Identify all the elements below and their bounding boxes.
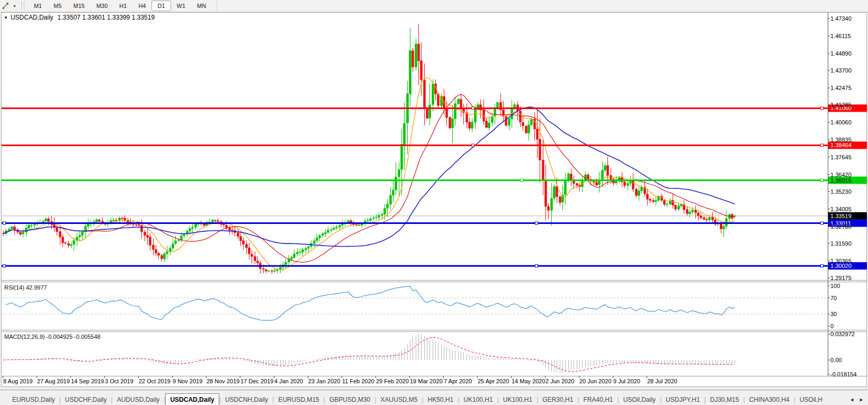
timeframe-button-d1[interactable]: D1	[151, 1, 171, 11]
timeframe-button-mn[interactable]: MN	[191, 1, 212, 11]
timeframe-button-h1[interactable]: H1	[113, 1, 132, 11]
svg-text:100: 100	[830, 283, 840, 289]
svg-text:1.33519: 1.33519	[830, 213, 852, 219]
svg-text:7 Apr 2020: 7 Apr 2020	[444, 378, 472, 384]
svg-text:1.36015: 1.36015	[830, 177, 852, 184]
svg-text:8 Aug 2019: 8 Aug 2019	[3, 378, 33, 384]
timeframe-buttons: M1M5M15M30H1H4D1W1MN	[28, 1, 212, 11]
svg-text:1.41285: 1.41285	[830, 102, 852, 108]
chart-tab-usdcad-daily[interactable]: USDCAD,Daily	[165, 393, 219, 405]
chart-tab-eurusd-daily[interactable]: EURUSD,Daily	[8, 394, 59, 405]
svg-text:3 Oct 2019: 3 Oct 2019	[105, 378, 133, 384]
svg-text:0.032972: 0.032972	[830, 331, 855, 337]
tabs-scroll-left-icon[interactable]: ◄	[849, 397, 854, 402]
chart-window-frame	[2, 13, 867, 387]
svg-text:1.46115: 1.46115	[830, 33, 851, 39]
tabs-scroll-right-icon[interactable]: ►	[859, 397, 864, 402]
top-toolbar: ▼ M1M5M15M30H1H4D1W1MN	[0, 0, 868, 12]
svg-text:1.35230: 1.35230	[830, 188, 852, 195]
timeframe-button-m30[interactable]: M30	[91, 1, 113, 11]
svg-text:1.43700: 1.43700	[830, 67, 852, 74]
chart-tab-dj30-m15[interactable]: DJ30,M15	[706, 394, 744, 405]
svg-text:1.40060: 1.40060	[830, 119, 852, 125]
chart-title: ▼USDCAD,Daily1.33507 1.33601 1.33399 1.3…	[4, 14, 155, 21]
chart-tab-ger30-h1[interactable]: GER30,H1	[538, 394, 577, 405]
svg-text:9 Jul 2020: 9 Jul 2020	[613, 378, 640, 384]
chart-tab-usoil-daily[interactable]: USOil,Daily	[619, 394, 660, 405]
svg-text:28 Nov 2019: 28 Nov 2019	[207, 378, 239, 384]
chart-tab-usdjpy-h1[interactable]: USDJPY,H1	[661, 394, 704, 405]
svg-text:1.31590: 1.31590	[830, 240, 852, 247]
timeframe-button-w1[interactable]: W1	[171, 1, 192, 11]
svg-text:29 Feb 2020: 29 Feb 2020	[376, 378, 409, 384]
svg-text:25 Apr 2020: 25 Apr 2020	[478, 378, 509, 384]
svg-text:30: 30	[830, 311, 837, 317]
svg-text:20 Jun 2020: 20 Jun 2020	[579, 378, 612, 384]
chart-tab-usdcnh-daily[interactable]: USDCNH,Daily	[221, 394, 272, 405]
svg-text:22 Oct 2019: 22 Oct 2019	[139, 378, 171, 384]
svg-text:14 Sep 2019: 14 Sep 2019	[71, 378, 104, 384]
chart-symbol-label: USDCAD,Daily	[11, 14, 53, 21]
chart-ohlc-values: 1.33507 1.33601 1.33399 1.33519	[58, 14, 155, 21]
svg-text:0: 0	[830, 323, 834, 329]
chart-tab-usoil-h[interactable]: USOil,H	[795, 394, 827, 405]
svg-text:1.30365: 1.30365	[830, 258, 852, 264]
mt4-terminal: 1.335191.410601.384641.360151.330111.300…	[0, 0, 868, 405]
svg-text:14 May 2020: 14 May 2020	[512, 378, 545, 384]
svg-text:19 Mar 2020: 19 Mar 2020	[410, 378, 443, 384]
chart-tools-icon[interactable]	[1, 2, 12, 10]
svg-text:-0.018154: -0.018154	[830, 371, 857, 377]
svg-text:0.00: 0.00	[830, 357, 842, 363]
svg-text:1.44890: 1.44890	[830, 50, 852, 57]
chart-tab-usdchf-daily[interactable]: USDCHF,Daily	[61, 394, 111, 405]
collapse-arrow-icon[interactable]: ▼	[4, 15, 8, 20]
pen-cursor-icon	[2, 2, 11, 10]
svg-text:1.36420: 1.36420	[830, 172, 852, 178]
svg-text:9 Nov 2019: 9 Nov 2019	[173, 378, 202, 384]
macd-label: MACD(12,26,9) -0.004925 -0.005548	[4, 334, 101, 340]
svg-text:27 Aug 2019: 27 Aug 2019	[37, 378, 70, 384]
chart-tab-uk100-h1[interactable]: UK100,H1	[499, 394, 536, 405]
chart-tab-gbpusd-m30[interactable]: GBPUSD,M30	[325, 394, 374, 405]
timeframe-button-h4[interactable]: H4	[132, 1, 151, 11]
svg-text:1.42475: 1.42475	[830, 85, 852, 91]
chart-tab-audusd-daily[interactable]: AUDUSD,Daily	[113, 394, 164, 405]
svg-text:23 Jan 2020: 23 Jan 2020	[308, 378, 341, 384]
tab-scroll-arrows: ◄ ►	[847, 397, 868, 405]
svg-text:1.37645: 1.37645	[830, 154, 852, 160]
chart-tab-hk50-h1[interactable]: HK50,H1	[424, 394, 458, 405]
svg-text:1.47340: 1.47340	[830, 15, 852, 22]
toolbar-separator	[217, 1, 217, 11]
svg-text:4 Jan 2020: 4 Jan 2020	[274, 378, 303, 384]
toolbar-grip	[21, 2, 24, 10]
timeframe-button-m5[interactable]: M5	[48, 1, 67, 11]
chart-tab-fra40-h1[interactable]: FRA40,H1	[579, 394, 617, 405]
svg-text:1.32780: 1.32780	[830, 223, 852, 230]
svg-text:1.34005: 1.34005	[830, 206, 852, 212]
svg-text:1.29175: 1.29175	[830, 275, 852, 281]
svg-text:2 Jun 2020: 2 Jun 2020	[545, 378, 574, 384]
chart-tabs: EURUSD,Daily|USDCHF,Daily|AUDUSD,Daily|U…	[0, 393, 847, 405]
chart-tab-uk100-h1[interactable]: UK100,H1	[459, 394, 497, 405]
chart-tab-bar: EURUSD,Daily|USDCHF,Daily|AUDUSD,Daily|U…	[0, 390, 868, 405]
timeframe-button-m15[interactable]: M15	[68, 1, 91, 11]
svg-text:1.38835: 1.38835	[830, 137, 852, 143]
svg-text:11 Feb 2020: 11 Feb 2020	[342, 378, 374, 384]
chart-tab-china300-h4[interactable]: CHINA300,H4	[745, 394, 794, 405]
chart-tab-eurusd-m15[interactable]: EURUSD,M15	[274, 394, 323, 405]
timeframe-button-m1[interactable]: M1	[28, 1, 48, 11]
tools-dropdown-caret[interactable]: ▼	[13, 4, 16, 8]
chart-canvas[interactable]: 1.335191.410601.384641.360151.330111.300…	[0, 0, 868, 405]
svg-text:28 Jul 2020: 28 Jul 2020	[647, 378, 677, 384]
chart-tab-xauusd-m5[interactable]: XAUUSD,M5	[376, 394, 422, 405]
svg-text:70: 70	[830, 295, 837, 301]
svg-text:17 Dec 2019: 17 Dec 2019	[240, 378, 273, 384]
rsi-label: RSI(14) 42.9977	[4, 284, 47, 291]
